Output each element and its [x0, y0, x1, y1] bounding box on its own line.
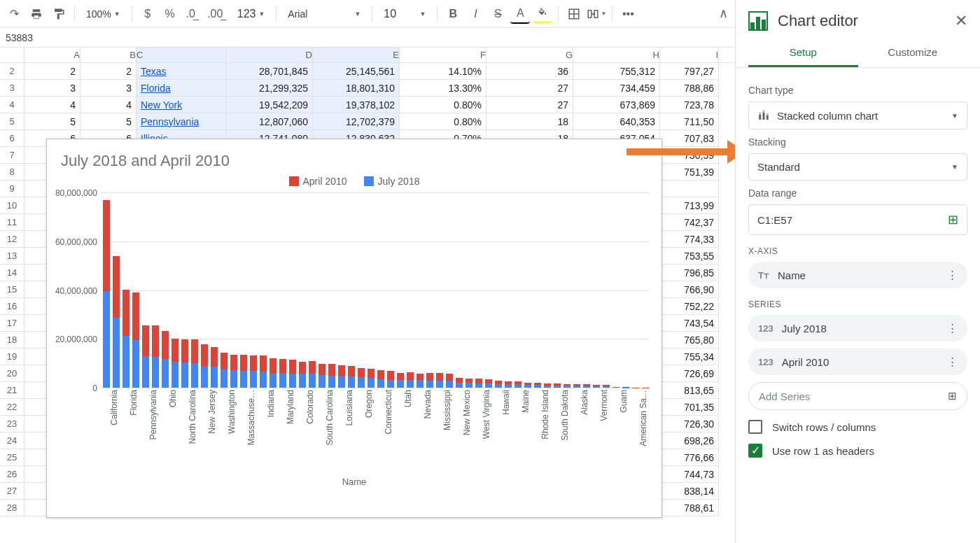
col-header[interactable]: F	[400, 48, 486, 62]
more-icon[interactable]: ⋮	[947, 355, 958, 368]
col-header[interactable]: B	[80, 48, 136, 62]
text-color-icon[interactable]: A	[510, 4, 530, 24]
select-range-icon[interactable]: ⊞	[948, 212, 958, 227]
chart-editor-title: Chart editor	[778, 12, 858, 30]
use-row1-headers-checkbox[interactable]: Use row 1 as headers	[748, 444, 967, 458]
svg-rect-3	[759, 115, 761, 120]
col-header[interactable]: C	[136, 48, 226, 62]
percent-icon[interactable]: %	[160, 4, 180, 24]
col-header[interactable]: A	[24, 48, 80, 62]
tab-customize[interactable]: Customize	[858, 38, 968, 67]
xaxis-field[interactable]: Tᴛ Name ⋮	[748, 262, 967, 288]
stacked-column-icon	[757, 109, 770, 122]
text-type-icon: Tᴛ	[758, 270, 769, 281]
table-row[interactable]: 444New York19,542,20919,378,1020.80%2767…	[0, 97, 735, 113]
print-icon[interactable]	[27, 4, 46, 24]
currency-icon[interactable]: $	[138, 4, 158, 24]
decrease-decimal-icon[interactable]: .0 ̲	[183, 4, 202, 24]
col-header[interactable]: I	[660, 48, 719, 62]
chart-title: July 2018 and April 2010	[47, 139, 662, 173]
select-range-icon[interactable]: ⊞	[948, 390, 957, 402]
label-stacking: Stacking	[748, 136, 967, 148]
col-header[interactable]: G	[486, 48, 573, 62]
svg-rect-5	[763, 113, 765, 120]
series-field-1[interactable]: 123 July 2018 ⋮	[748, 315, 967, 341]
zoom-value: 100%	[86, 8, 111, 20]
add-series-button[interactable]: Add Series ⊞	[748, 382, 967, 410]
strikethrough-icon[interactable]: S	[488, 4, 507, 24]
chart-editor-icon	[748, 11, 768, 31]
italic-icon[interactable]: I	[465, 4, 485, 24]
font-size: 10	[384, 8, 396, 20]
number-type-icon: 123	[758, 357, 774, 367]
more-icon[interactable]: ⋮	[947, 322, 958, 334]
embedded-chart[interactable]: July 2018 and April 2010 April 2010 July…	[46, 139, 662, 518]
svg-rect-4	[759, 113, 761, 115]
table-row[interactable]: 333Florida21,299,32518,801,31013.30%2773…	[0, 80, 735, 97]
series-field-2[interactable]: 123 April 2010 ⋮	[748, 348, 967, 375]
data-range-input[interactable]: C1:E57 ⊞	[748, 204, 967, 235]
bold-icon[interactable]: B	[443, 4, 463, 24]
col-header[interactable]: E	[313, 48, 400, 62]
zoom-select[interactable]: 100%▼	[80, 4, 126, 24]
fill-color-icon[interactable]	[533, 4, 552, 24]
chart-plot-area: 020,000,00040,000,00060,000,00080,000,00…	[102, 192, 649, 388]
svg-rect-8	[766, 113, 769, 115]
font-size-select[interactable]: 10▼	[378, 4, 431, 24]
close-icon[interactable]: ✕	[955, 12, 967, 30]
table-row[interactable]: 555Pennsylvania12,807,06012,702,3790.80%…	[0, 113, 735, 130]
switch-rows-cols-checkbox[interactable]: Switch rows / columns	[748, 420, 967, 434]
svg-rect-7	[766, 115, 769, 120]
borders-icon[interactable]	[564, 4, 584, 24]
svg-rect-6	[763, 111, 765, 113]
number-type-icon: 123	[758, 323, 774, 334]
paint-format-icon[interactable]	[49, 4, 69, 24]
format-123-select[interactable]: 123▼	[232, 4, 271, 24]
label-xaxis: X-AXIS	[748, 246, 967, 256]
font-name: Arial	[288, 8, 307, 20]
more-icon[interactable]: ⋮	[947, 269, 958, 281]
annotation-arrow	[626, 137, 746, 165]
chart-x-axis-title: Name	[47, 477, 662, 487]
stacking-select[interactable]: Standard▼	[748, 153, 967, 181]
table-row[interactable]: 222Texas28,701,84525,145,56114.10%36755,…	[0, 63, 735, 80]
label-data-range: Data range	[748, 188, 967, 199]
chart-type-select[interactable]: Stacked column chart▼	[748, 101, 967, 129]
redo-icon[interactable]: ↷	[4, 4, 24, 24]
label-series: SERIES	[748, 299, 967, 309]
collapse-toolbar-icon[interactable]: ∧	[719, 6, 728, 21]
increase-decimal-icon[interactable]: .00 ̲	[205, 4, 229, 24]
chart-legend: April 2010 July 2018	[47, 173, 662, 192]
chart-editor-panel: Chart editor ✕ Setup Customize Chart typ…	[735, 0, 980, 543]
col-header[interactable]: D	[226, 48, 313, 62]
label-chart-type: Chart type	[748, 85, 967, 96]
more-icon[interactable]: •••	[618, 4, 638, 24]
spreadsheet-grid[interactable]: A B C D E F G H I 222Texas28,701,84525,1…	[0, 48, 735, 543]
col-header[interactable]: H	[573, 48, 660, 62]
font-select[interactable]: Arial▼	[282, 4, 366, 24]
tab-setup[interactable]: Setup	[748, 38, 858, 67]
merge-cells-icon[interactable]: ▼	[587, 4, 606, 24]
